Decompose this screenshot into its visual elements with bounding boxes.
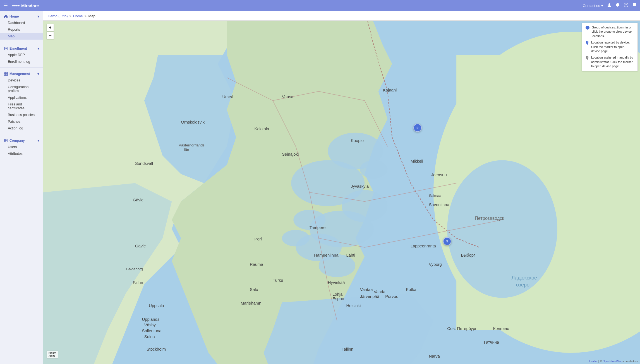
leaflet-link[interactable]: Leaflet	[589, 360, 598, 363]
svg-text:Колпино: Колпино	[493, 326, 509, 331]
sidebar-item-action-log[interactable]: Action log	[0, 125, 43, 132]
sidebar-section-home-label: Home	[9, 15, 19, 18]
sidebar-item-files-certificates[interactable]: Files and certificates	[0, 101, 43, 112]
sidebar-item-attributes[interactable]: Attributes	[0, 150, 43, 157]
zoom-out-button[interactable]: −	[47, 32, 54, 39]
contact-label: Contact us	[583, 4, 600, 8]
svg-text:Mariehamn: Mariehamn	[241, 301, 261, 305]
logo-dots	[12, 5, 20, 6]
contact-us-button[interactable]: Contact us ▾	[583, 4, 603, 8]
breadcrumb-sep2: >	[85, 14, 87, 18]
user-icon[interactable]	[607, 3, 612, 8]
svg-text:Kotka: Kotka	[406, 287, 417, 292]
legend-reported-text: Location reported by device. Click the m…	[591, 40, 634, 53]
menu-icon[interactable]: ☰	[3, 3, 8, 9]
cluster-marker-2[interactable]: 3	[443, 237, 451, 245]
zoom-in-button[interactable]: +	[47, 24, 54, 31]
sidebar-section-enrollment-header[interactable]: Enrollment ▾	[0, 44, 43, 52]
legend-pin-blue-icon	[586, 41, 589, 45]
map-scale-mi: 30 mi	[49, 355, 56, 358]
svg-text:озеро: озеро	[516, 282, 529, 288]
help-icon[interactable]: ?	[624, 3, 628, 8]
svg-rect-3	[4, 72, 6, 74]
sidebar-section-management-header[interactable]: Management ▾	[0, 70, 43, 77]
topbar-logo[interactable]: Miradore	[12, 3, 39, 8]
sidebar-item-reports[interactable]: Reports	[0, 26, 43, 33]
sidebar-item-apple-dep[interactable]: Apple DEP	[0, 52, 43, 58]
svg-text:Lahti: Lahti	[346, 253, 355, 257]
sidebar-item-configuration-profiles[interactable]: Configuration profiles	[0, 84, 43, 94]
svg-text:Lohja: Lohja	[332, 292, 343, 296]
sidebar-section-company-header[interactable]: Company ▾	[0, 136, 43, 144]
topbar-left: ☰ Miradore	[3, 3, 583, 9]
sidebar-section-company: Company ▾ Users Attributes	[0, 135, 43, 158]
svg-text:Umeå: Umeå	[222, 95, 233, 99]
sidebar-section-enrollment: Enrollment ▾ Apple DEP Enrollment log	[0, 43, 43, 66]
svg-rect-7	[4, 139, 7, 142]
legend-dot-blue	[586, 26, 589, 30]
svg-text:Uppsala: Uppsala	[149, 303, 164, 308]
sidebar-divider-2	[0, 67, 43, 68]
company-icon	[4, 139, 8, 143]
svg-text:Stockholm: Stockholm	[147, 347, 166, 351]
svg-text:Falun: Falun	[133, 280, 143, 285]
svg-text:Hyvinkää: Hyvinkää	[328, 280, 345, 285]
breadcrumb-home[interactable]: Home	[73, 14, 83, 18]
cluster-marker-1[interactable]: 2	[413, 124, 422, 132]
svg-text:Seinäjoki: Seinäjoki	[282, 152, 299, 156]
sidebar-item-devices[interactable]: Devices	[0, 77, 43, 84]
topbar-right: Contact us ▾ ?	[583, 3, 637, 8]
sidebar-item-business-policies[interactable]: Business policies	[0, 112, 43, 118]
svg-text:Salo: Salo	[250, 287, 258, 292]
enrollment-icon	[4, 47, 8, 50]
svg-text:Mikkeli: Mikkeli	[411, 159, 423, 163]
svg-text:Sundsvall: Sundsvall	[135, 161, 153, 166]
sidebar-divider-1	[0, 42, 43, 42]
sidebar-section-home-header[interactable]: Home ▾	[0, 12, 43, 20]
breadcrumb-demo[interactable]: Demo (Otto)	[48, 14, 68, 18]
svg-text:Vanda: Vanda	[374, 290, 385, 294]
sidebar-section-enrollment-label: Enrollment	[9, 47, 27, 50]
breadcrumb-sep1: >	[69, 14, 72, 18]
svg-text:Narva: Narva	[429, 354, 440, 358]
svg-text:Tampere: Tampere	[310, 225, 326, 230]
svg-text:Gävle: Gävle	[133, 198, 144, 202]
map-container[interactable]: Umeå Vaasa Kokkola Örnsköldsvik Västerno…	[43, 21, 640, 364]
topbar: ☰ Miradore Contact us ▾ ?	[0, 0, 640, 11]
logo-dot-4	[18, 5, 20, 6]
legend-pin-gray-icon	[586, 56, 589, 60]
sidebar-item-patches[interactable]: Patches	[0, 118, 43, 125]
sidebar-item-map[interactable]: Map	[0, 33, 43, 40]
contact-chevron: ▾	[601, 4, 603, 8]
sidebar-item-dashboard[interactable]: Dashboard	[0, 20, 43, 26]
sidebar-divider-3	[0, 134, 43, 134]
svg-text:Гатчина: Гатчина	[484, 340, 499, 344]
svg-text:Jyväskylä: Jyväskylä	[351, 184, 369, 189]
svg-text:Kokkola: Kokkola	[255, 127, 269, 131]
main-layout: Home ▾ Dashboard Reports Map Enrollment	[0, 11, 640, 364]
sidebar-item-applications[interactable]: Applications	[0, 94, 43, 101]
bell-icon[interactable]	[615, 3, 620, 8]
logo-text: Miradore	[21, 3, 39, 8]
enrollment-collapse-icon: ▾	[37, 47, 39, 50]
legend-manual-text: Location assigned manually by administra…	[591, 56, 634, 68]
svg-text:Tallinn: Tallinn	[342, 347, 353, 351]
map-legend: Group of devices. Zoom-in or click the g…	[582, 23, 638, 71]
svg-text:Turku: Turku	[273, 278, 283, 283]
breadcrumb-current: Map	[88, 14, 95, 18]
svg-text:Järvenpää: Järvenpää	[360, 294, 380, 299]
sidebar-item-enrollment-log[interactable]: Enrollment log	[0, 58, 43, 65]
legend-item-reported: Location reported by device. Click the m…	[586, 40, 634, 53]
osm-link[interactable]: OpenStreetMap	[603, 360, 622, 363]
svg-text:Pori: Pori	[255, 237, 262, 241]
svg-text:Kuopio: Kuopio	[351, 138, 364, 143]
sidebar-section-home: Home ▾ Dashboard Reports Map	[0, 11, 43, 41]
legend-group-text: Group of devices. Zoom-in or click the g…	[592, 25, 634, 38]
sidebar-item-users[interactable]: Users	[0, 144, 43, 150]
svg-text:Vantaa: Vantaa	[360, 287, 373, 292]
svg-text:Vaasa: Vaasa	[282, 95, 294, 99]
chat-icon[interactable]	[632, 3, 637, 8]
svg-text:Solna: Solna	[144, 334, 155, 339]
sidebar-section-company-label: Company	[9, 139, 25, 143]
svg-text:län: län	[184, 148, 189, 152]
